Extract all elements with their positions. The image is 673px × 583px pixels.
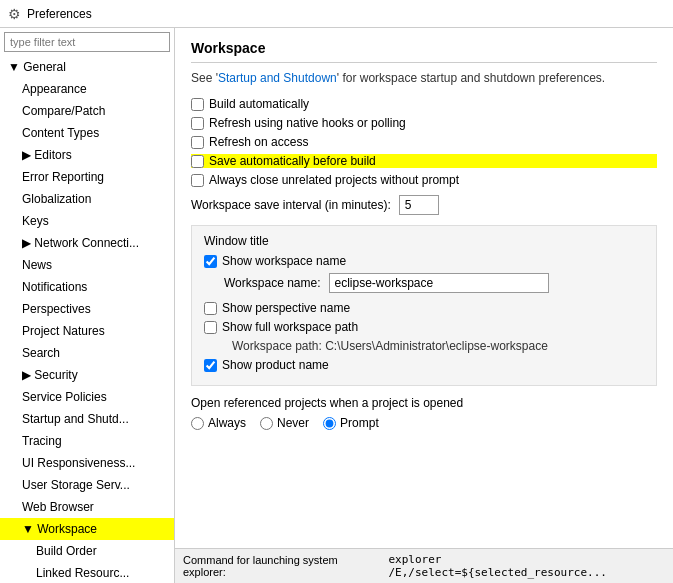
radio-label-never: Never (277, 416, 309, 430)
save-interval-row: Workspace save interval (in minutes): (191, 195, 657, 215)
sidebar-item-label-content-types: Content Types (22, 124, 99, 142)
sidebar-item-label-globalization: Globalization (22, 190, 91, 208)
sidebar-item-label-web-browser: Web Browser (22, 498, 94, 516)
sidebar-item-project-natures[interactable]: Project Natures (0, 320, 174, 342)
sidebar-item-keys[interactable]: Keys (0, 210, 174, 232)
show-workspace-name-checkbox[interactable] (204, 255, 217, 268)
sidebar-item-compare-patch[interactable]: Compare/Patch (0, 100, 174, 122)
checkbox-row-refresh-native: Refresh using native hooks or polling (191, 116, 657, 130)
sidebar-item-label-perspectives: Perspectives (22, 300, 91, 318)
show-full-path-row: Show full workspace path (204, 320, 644, 334)
sidebar-item-search[interactable]: Search (0, 342, 174, 364)
checkbox-row-close-unrelated: Always close unrelated projects without … (191, 173, 657, 187)
sidebar-item-label-workspace: ▼ Workspace (22, 520, 97, 538)
show-full-path-label: Show full workspace path (222, 320, 358, 334)
preferences-icon: ⚙ (8, 6, 21, 22)
sidebar-item-tracing[interactable]: Tracing (0, 430, 174, 452)
command-row: Command for launching system explorer: e… (175, 548, 673, 583)
sidebar-item-build-order[interactable]: Build Order (0, 540, 174, 562)
checkbox-label-refresh-native: Refresh using native hooks or polling (209, 116, 406, 130)
open-projects-radio-row: AlwaysNeverPrompt (191, 416, 657, 430)
show-workspace-name-row: Show workspace name (204, 254, 644, 268)
sidebar-item-label-compare-patch: Compare/Patch (22, 102, 105, 120)
radio-prompt[interactable] (323, 417, 336, 430)
checkbox-label-refresh-access: Refresh on access (209, 135, 308, 149)
content-area: Workspace See 'Startup and Shutdown' for… (175, 28, 673, 583)
radio-option-always: Always (191, 416, 246, 430)
sidebar-item-security[interactable]: ▶ Security (0, 364, 174, 386)
sidebar-item-label-linked-resources: Linked Resourc... (36, 564, 129, 582)
sidebar-item-editors[interactable]: ▶ Editors (0, 144, 174, 166)
sidebar-item-notifications[interactable]: Notifications (0, 276, 174, 298)
checkbox-row-build-auto: Build automatically (191, 97, 657, 111)
sidebar-item-network-connections[interactable]: ▶ Network Connecti... (0, 232, 174, 254)
sidebar-item-label-security: ▶ Security (22, 366, 78, 384)
sidebar: ▼ General Appearance Compare/Patch Conte… (0, 28, 175, 583)
sidebar-item-label-search: Search (22, 344, 60, 362)
sidebar-item-startup-shutdown[interactable]: Startup and Shutd... (0, 408, 174, 430)
checkbox-label-build-auto: Build automatically (209, 97, 309, 111)
sidebar-item-label-news: News (22, 256, 52, 274)
content-title: Workspace (191, 40, 657, 63)
show-full-path-checkbox[interactable] (204, 321, 217, 334)
sidebar-item-globalization[interactable]: Globalization (0, 188, 174, 210)
checkbox-row-refresh-access: Refresh on access (191, 135, 657, 149)
radio-label-always: Always (208, 416, 246, 430)
checkbox-label-save-auto: Save automatically before build (209, 154, 376, 168)
show-workspace-name-label: Show workspace name (222, 254, 346, 268)
sidebar-item-error-reporting[interactable]: Error Reporting (0, 166, 174, 188)
save-interval-input[interactable] (399, 195, 439, 215)
sidebar-item-label-project-natures: Project Natures (22, 322, 105, 340)
checkboxes-container: Build automaticallyRefresh using native … (191, 97, 657, 187)
sidebar-item-label-service-policies: Service Policies (22, 388, 107, 406)
sidebar-item-label-notifications: Notifications (22, 278, 87, 296)
checkbox-close-unrelated[interactable] (191, 174, 204, 187)
sidebar-item-user-storage[interactable]: User Storage Serv... (0, 474, 174, 496)
radio-option-never: Never (260, 416, 309, 430)
sidebar-item-label-error-reporting: Error Reporting (22, 168, 104, 186)
show-perspective-name-row: Show perspective name (204, 301, 644, 315)
sidebar-item-linked-resources[interactable]: Linked Resourc... (0, 562, 174, 583)
startup-shutdown-link[interactable]: Startup and Shutdown (218, 71, 337, 85)
sidebar-item-news[interactable]: News (0, 254, 174, 276)
sidebar-item-label-network-connections: ▶ Network Connecti... (22, 234, 139, 252)
sidebar-item-general[interactable]: ▼ General (0, 56, 174, 78)
open-projects-section: Open referenced projects when a project … (191, 396, 657, 430)
sidebar-item-perspectives[interactable]: Perspectives (0, 298, 174, 320)
description: See 'Startup and Shutdown' for workspace… (191, 71, 657, 85)
title-bar: ⚙ Preferences (0, 0, 673, 28)
open-projects-label: Open referenced projects when a project … (191, 396, 657, 410)
radio-always[interactable] (191, 417, 204, 430)
sidebar-item-content-types[interactable]: Content Types (0, 122, 174, 144)
command-value: explorer /E,/select=${selected_resource.… (388, 553, 665, 579)
checkbox-refresh-native[interactable] (191, 117, 204, 130)
sidebar-item-label-appearance: Appearance (22, 80, 87, 98)
sidebar-item-label-tracing: Tracing (22, 432, 62, 450)
sidebar-item-label-startup-shutdown: Startup and Shutd... (22, 410, 129, 428)
workspace-name-label: Workspace name: (224, 276, 321, 290)
sidebar-item-label-user-storage: User Storage Serv... (22, 476, 130, 494)
checkbox-build-auto[interactable] (191, 98, 204, 111)
tree-container: ▼ General Appearance Compare/Patch Conte… (0, 56, 174, 583)
workspace-name-input[interactable] (329, 273, 549, 293)
sidebar-item-workspace[interactable]: ▼ Workspace (0, 518, 174, 540)
radio-option-prompt: Prompt (323, 416, 379, 430)
sidebar-item-ui-responsiveness[interactable]: UI Responsiveness... (0, 452, 174, 474)
checkbox-label-close-unrelated: Always close unrelated projects without … (209, 173, 459, 187)
checkbox-save-auto[interactable] (191, 155, 204, 168)
show-perspective-name-checkbox[interactable] (204, 302, 217, 315)
checkbox-refresh-access[interactable] (191, 136, 204, 149)
checkbox-row-save-auto: Save automatically before build (191, 154, 657, 168)
show-product-name-label: Show product name (222, 358, 329, 372)
sidebar-item-label-build-order: Build Order (36, 542, 97, 560)
sidebar-item-service-policies[interactable]: Service Policies (0, 386, 174, 408)
show-product-name-checkbox[interactable] (204, 359, 217, 372)
sidebar-item-web-browser[interactable]: Web Browser (0, 496, 174, 518)
sidebar-item-label-general: ▼ General (8, 58, 66, 76)
command-label: Command for launching system explorer: (183, 554, 382, 578)
filter-input[interactable] (4, 32, 170, 52)
radio-never[interactable] (260, 417, 273, 430)
sidebar-item-appearance[interactable]: Appearance (0, 78, 174, 100)
sidebar-item-label-keys: Keys (22, 212, 49, 230)
save-interval-label: Workspace save interval (in minutes): (191, 198, 391, 212)
